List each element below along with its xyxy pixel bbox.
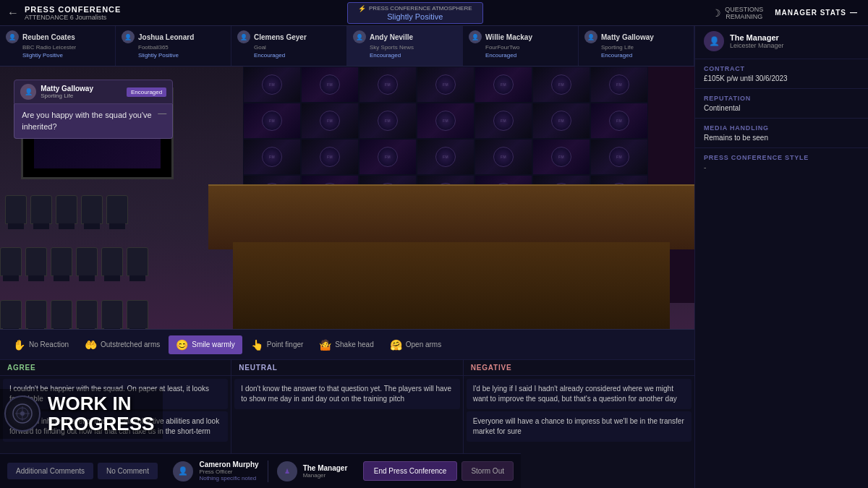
journalist-avatar-2: 👤 [237, 30, 250, 43]
gesture-label-2: Smile warmly [192, 341, 234, 348]
press-officer-name: Cameron Murphy [199, 461, 258, 468]
journalist-card-2[interactable]: 👤 Clemens Geyer Goal Encouraged [231, 26, 347, 66]
backdrop-tile: FM [590, 67, 648, 103]
collapse-button[interactable]: — [158, 108, 166, 120]
gesture-icon-0: ✋ [13, 339, 25, 351]
backdrop-logo: FM [262, 74, 282, 95]
journalist-outlet-5: Sporting Life [601, 44, 688, 51]
manager-stats-panel: MANAGER STATS — 👤 The Manager Leicester … [694, 0, 868, 488]
gesture-icon-5: 🤗 [390, 339, 402, 351]
gesture-button-shake-head[interactable]: 🤷Shake head [312, 335, 380, 354]
backdrop-logo: FM [435, 74, 456, 95]
response-item[interactable]: I don't know the answer to that question… [234, 379, 459, 409]
manager-bottom-role: Manager [303, 472, 348, 479]
bubble-journalist-outlet: Sporting Life [41, 93, 93, 99]
no-comment-button[interactable]: No Comment [98, 463, 158, 479]
journalist-mood-0: Slightly Positive [22, 52, 109, 59]
divider [268, 461, 268, 482]
backdrop-logo: FM [609, 74, 629, 95]
back-button[interactable]: ← [7, 7, 19, 20]
chair [76, 247, 98, 276]
backdrop-tile: FM [590, 103, 648, 139]
journalist-card-5[interactable]: 👤 Matty Galloway Sporting Life Encourage… [579, 26, 694, 66]
chair [51, 300, 72, 329]
atmosphere-value: Slightly Positive [387, 12, 443, 21]
press-conference-title: PRESS CONFERENCE [25, 5, 121, 14]
response-item[interactable]: I'd be lying if I said I hadn't already … [467, 379, 692, 409]
backdrop-tile: FM [359, 139, 417, 175]
question-text: Are you happy with the squad you've inhe… [14, 104, 173, 139]
contract-value: £105K p/w until 30/6/2023 [704, 74, 859, 82]
gesture-button-outstretched-arms[interactable]: 🤲Outstretched arms [77, 335, 167, 354]
chair [25, 247, 47, 276]
negative-items: I'd be lying if I said I hadn't already … [464, 376, 694, 453]
backdrop-logo: FM [378, 147, 398, 167]
questions-label: QUESTIONS [725, 6, 763, 13]
journalist-name-5: Matty Galloway [601, 33, 654, 41]
journalist-card-1[interactable]: 👤 Joshua Leonard Football365 Slightly Po… [116, 26, 231, 66]
neutral-items: I don't know the answer to that question… [231, 376, 462, 453]
neutral-header: NEUTRAL [231, 360, 462, 376]
response-item[interactable]: Everyone will have a chance to impress b… [467, 411, 692, 442]
conference-style-value: - [704, 163, 859, 171]
chair [106, 195, 128, 224]
journalist-name-4: Willie Mackay [485, 33, 532, 41]
chair [101, 247, 123, 276]
backdrop-logo: FM [435, 147, 456, 167]
journalist-name-0: Reuben Coates [22, 33, 75, 41]
chair [76, 300, 98, 329]
gesture-button-point-finger[interactable]: 👆Point finger [244, 335, 311, 354]
journalist-card-3[interactable]: 👤 Andy Neville Sky Sports News Encourage… [347, 26, 463, 66]
contract-section: CONTRACT £105K p/w until 30/6/2023 [695, 59, 868, 89]
manager-bottom-info: ♟ The Manager Manager [277, 461, 348, 481]
gesture-button-no-reaction[interactable]: ✋No Reaction [6, 335, 76, 354]
backdrop-tile: FM [301, 103, 359, 139]
manager-bottom-name: The Manager [303, 464, 348, 472]
press-officer-role: Press Officer [199, 468, 258, 475]
backdrop-logo: FM [609, 111, 629, 131]
podium [208, 184, 694, 329]
wip-line1: WORK IN [48, 393, 132, 414]
journalist-card-0[interactable]: 👤 Reuben Coates BBC Radio Leicester Slig… [0, 26, 116, 66]
additional-comments-button[interactable]: Additional Comments [7, 463, 93, 479]
end-conference-button[interactable]: End Press Conference [363, 461, 458, 481]
journalist-outlet-2: Goal [254, 44, 341, 51]
backdrop-tile: FM [532, 103, 590, 139]
chair [0, 300, 22, 329]
gesture-icon-1: 🤲 [85, 339, 97, 351]
gesture-button-smile-warmly[interactable]: 😊Smile warmly [169, 335, 242, 354]
journalist-outlet-0: BBC Radio Leicester [22, 44, 109, 51]
journalist-outlet-3: Sky Sports News [370, 44, 456, 51]
journalist-mood-2: Encouraged [254, 52, 341, 59]
manager-stats-button[interactable]: MANAGER STATS — [775, 9, 858, 17]
chair [30, 195, 52, 224]
wip-text: WORK IN PROGRESS [48, 393, 154, 435]
chair [0, 247, 22, 276]
manager-stats-dash: — [850, 9, 858, 17]
backdrop-logo: FM [493, 147, 514, 167]
backdrop-tile: FM [417, 67, 475, 103]
journalist-avatar-3: 👤 [353, 30, 366, 43]
conference-style-section: PRESS CONFERENCE STYLE - [695, 148, 868, 177]
manager-stats-label: MANAGER STATS [775, 9, 846, 17]
manager-name: The Manager [730, 33, 784, 42]
bubble-journalist-name: Matty Galloway [41, 85, 93, 93]
storm-out-button[interactable]: Storm Out [461, 461, 514, 481]
journalist-card-4[interactable]: 👤 Willie Mackay FourFourTwo Encouraged [463, 26, 579, 66]
backdrop-logo: FM [320, 111, 340, 131]
manager-bottom-avatar: ♟ [277, 461, 297, 481]
backdrop-tile: FM [590, 139, 648, 175]
press-conference-subtitle: ATTENDANCE 6 Journalists [25, 14, 121, 21]
backdrop-logo: FM [378, 111, 398, 131]
backdrop-tile: FM [359, 103, 417, 139]
chair [25, 300, 47, 329]
questions-remaining: ☽ QUESTIONS REMAINING [712, 6, 763, 20]
gesture-icon-3: 👆 [251, 339, 263, 351]
gesture-button-open-arms[interactable]: 🤗Open arms [383, 335, 448, 354]
journalist-avatar-1: 👤 [122, 30, 135, 43]
podium-top [208, 184, 694, 249]
question-bubble: 👤 Matty Galloway Sporting Life Encourage… [14, 80, 173, 139]
gesture-label-0: No Reaction [29, 341, 69, 348]
chair [81, 195, 103, 224]
gesture-row: ✋No Reaction🤲Outstretched arms😊Smile war… [0, 330, 694, 360]
